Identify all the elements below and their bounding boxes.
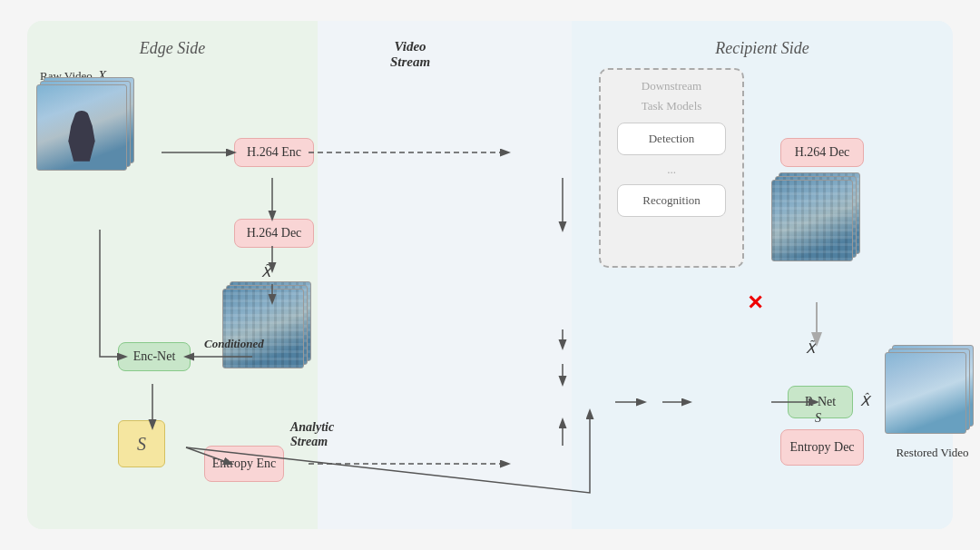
restored-img-front (885, 352, 966, 434)
edge-side-label: Edge Side (42, 39, 303, 58)
main-diagram: Edge Side Raw Video X H.264 Enc H.264 De… (27, 21, 953, 529)
h264-dec-edge-box: H.264 Dec (234, 219, 314, 248)
x-tilde-edge-label: X̃ (261, 264, 270, 280)
recipient-img-front (771, 180, 853, 261)
entropy-enc-box: Entropy Enc (204, 446, 284, 482)
downstream-title: Downstream (610, 79, 733, 93)
x-mark: ✕ (747, 291, 763, 315)
ellipsis-label: ... (610, 162, 733, 177)
edge-side-panel: Edge Side Raw Video X H.264 Enc H.264 De… (27, 21, 318, 529)
downstream-subtitle: Task Models (610, 99, 733, 113)
cond-img-front (222, 289, 304, 368)
enc-net-box: Enc-Net (118, 342, 191, 371)
raw-video-img-front (36, 84, 127, 171)
h264-enc-box: H.264 Enc (234, 138, 314, 167)
recognition-box: Recognition (617, 184, 726, 217)
conditioned-label: Conditioned (204, 337, 264, 351)
h264-dec-recipient-box: H.264 Dec (780, 138, 864, 167)
s-recipient-label: S (815, 411, 821, 426)
video-stream-label: Video Stream (390, 39, 430, 70)
detection-box: Detection (617, 123, 726, 155)
entropy-dec-box: Entropy Dec (780, 429, 864, 466)
restored-video-label: Restored Video (889, 446, 975, 460)
recipient-side-label: Recipient Side (586, 39, 938, 58)
s-cube: S (118, 420, 165, 467)
x-tilde-recipient-label: X̃ (806, 340, 815, 357)
x-hat-label: X̂ (860, 393, 869, 409)
recipient-side-panel: Recipient Side H.264 Dec X̃ R-Net X̂ Ent… (572, 21, 953, 529)
downstream-task-models-box: Downstream Task Models Detection ... Rec… (599, 68, 744, 268)
